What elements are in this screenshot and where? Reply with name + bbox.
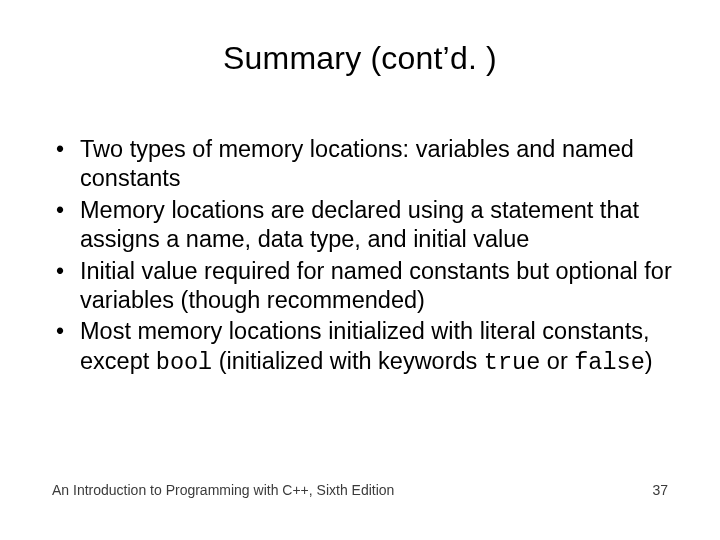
page-number: 37 (652, 482, 668, 498)
list-item: Two types of memory locations: variables… (52, 135, 672, 194)
code-bool: bool (156, 349, 212, 376)
slide-title: Summary (cont’d. ) (0, 40, 720, 77)
list-item: Initial value required for named constan… (52, 257, 672, 316)
bullet-text-part: ) (645, 348, 653, 374)
list-item: Memory locations are declared using a st… (52, 196, 672, 255)
bullet-text: Memory locations are declared using a st… (80, 197, 639, 252)
bullet-list: Two types of memory locations: variables… (52, 135, 672, 377)
slide-body: Two types of memory locations: variables… (52, 135, 672, 379)
footer-source: An Introduction to Programming with C++,… (52, 482, 394, 498)
bullet-text-part: (initialized with keywords (212, 348, 484, 374)
code-true: true (484, 349, 540, 376)
code-false: false (574, 349, 645, 376)
bullet-text: Two types of memory locations: variables… (80, 136, 634, 191)
bullet-text-part: or (540, 348, 574, 374)
bullet-text: Initial value required for named constan… (80, 258, 672, 313)
list-item: Most memory locations initialized with l… (52, 317, 672, 377)
slide: Summary (cont’d. ) Two types of memory l… (0, 0, 720, 540)
